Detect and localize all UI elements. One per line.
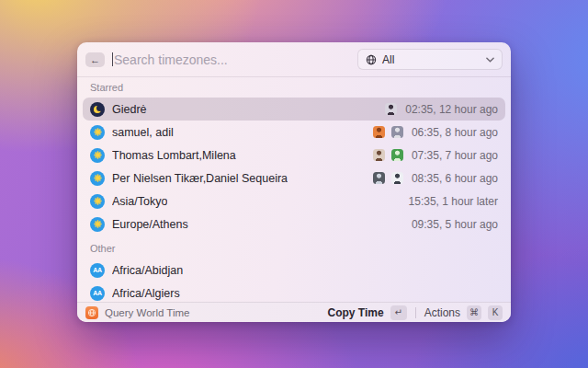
avatar xyxy=(373,149,385,161)
row-accessories: 02:35, 12 hour ago xyxy=(385,103,498,116)
chevron-down-icon xyxy=(486,57,494,63)
avatar xyxy=(391,126,403,138)
search-header: ← All xyxy=(77,42,511,77)
timezone-label: Thomas Lombart,Milena xyxy=(112,149,236,162)
footer-actions: Copy Time ↵ Actions ⌘ K xyxy=(328,305,503,320)
timezone-label: Africa/Abidjan xyxy=(112,264,183,277)
command-palette-window: ← All StarredGiedrė02:35, 12 hour agosam… xyxy=(77,42,511,322)
sun-icon xyxy=(90,148,105,163)
globe-icon xyxy=(366,54,377,65)
app-globe-icon xyxy=(85,306,98,319)
avatar-group xyxy=(373,149,403,161)
timezone-label: Africa/Algiers xyxy=(112,287,180,300)
return-key-icon[interactable]: ↵ xyxy=(390,305,407,320)
avatar xyxy=(385,103,397,115)
row-accessories: 07:35, 7 hour ago xyxy=(373,149,498,162)
sun-icon xyxy=(90,171,105,186)
copy-time-button[interactable]: Copy Time xyxy=(328,306,384,319)
list-item[interactable]: Asia/Tokyo15:35, 1 hour later xyxy=(83,190,505,213)
time-label: 09:35, 5 hour ago xyxy=(412,218,498,231)
filter-value: All xyxy=(382,53,394,66)
time-label: 02:35, 12 hour ago xyxy=(405,103,498,116)
avatar-group xyxy=(385,103,397,115)
search-input[interactable] xyxy=(114,52,350,67)
filter-dropdown[interactable]: All xyxy=(357,49,503,70)
row-accessories: 09:35, 5 hour ago xyxy=(412,218,498,231)
avatar-group xyxy=(373,126,403,138)
sun-icon xyxy=(90,194,105,209)
actions-button[interactable]: Actions xyxy=(424,306,460,319)
avatar xyxy=(373,126,385,138)
app-name: Query World Time xyxy=(105,307,189,318)
list-item[interactable]: Giedrė02:35, 12 hour ago xyxy=(83,98,505,121)
timezone-label: samuel, adil xyxy=(112,126,174,139)
timezone-label: Europe/Athens xyxy=(112,218,188,231)
avatar xyxy=(391,149,403,161)
cmd-key-icon[interactable]: ⌘ xyxy=(467,305,481,320)
back-arrow-icon: ← xyxy=(90,54,100,65)
initials-icon: AA xyxy=(90,286,105,301)
timezone-label: Asia/Tokyo xyxy=(112,195,167,208)
time-label: 08:35, 6 hour ago xyxy=(412,172,498,185)
time-label: 15:35, 1 hour later xyxy=(409,195,498,208)
list-item[interactable]: AAAfrica/Algiers xyxy=(83,282,505,302)
list-item[interactable]: Thomas Lombart,Milena07:35, 7 hour ago xyxy=(83,144,505,167)
search-wrap xyxy=(112,52,350,67)
time-label: 06:35, 8 hour ago xyxy=(412,126,498,139)
list-item[interactable]: Europe/Athens09:35, 5 hour ago xyxy=(83,213,505,236)
row-accessories: 15:35, 1 hour later xyxy=(409,195,498,208)
row-accessories: 08:35, 6 hour ago xyxy=(373,172,498,185)
list-item[interactable]: samuel, adil06:35, 8 hour ago xyxy=(83,121,505,144)
avatar xyxy=(391,172,403,184)
moon-icon xyxy=(90,102,105,117)
avatar-group xyxy=(373,172,403,184)
sun-icon xyxy=(90,125,105,140)
list-item[interactable]: AAAfrica/Abidjan xyxy=(83,259,505,282)
list-item[interactable]: Per Nielsen Tikær,Daniel Sequeira08:35, … xyxy=(83,167,505,190)
timezone-label: Giedrė xyxy=(112,103,147,116)
avatar xyxy=(373,172,385,184)
section-header: Starred xyxy=(83,78,505,98)
timezone-label: Per Nielsen Tikær,Daniel Sequeira xyxy=(112,172,288,185)
sun-icon xyxy=(90,217,105,232)
timezone-list: StarredGiedrė02:35, 12 hour agosamuel, a… xyxy=(77,78,511,302)
footer-divider xyxy=(415,307,416,318)
k-key-icon[interactable]: K xyxy=(488,305,503,320)
row-accessories: 06:35, 8 hour ago xyxy=(373,126,498,139)
footer-bar: Query World Time Copy Time ↵ Actions ⌘ K xyxy=(77,302,511,322)
text-caret xyxy=(112,52,113,66)
time-label: 07:35, 7 hour ago xyxy=(412,149,498,162)
section-header: Other xyxy=(83,236,505,259)
initials-icon: AA xyxy=(90,263,105,278)
back-button[interactable]: ← xyxy=(85,52,105,67)
